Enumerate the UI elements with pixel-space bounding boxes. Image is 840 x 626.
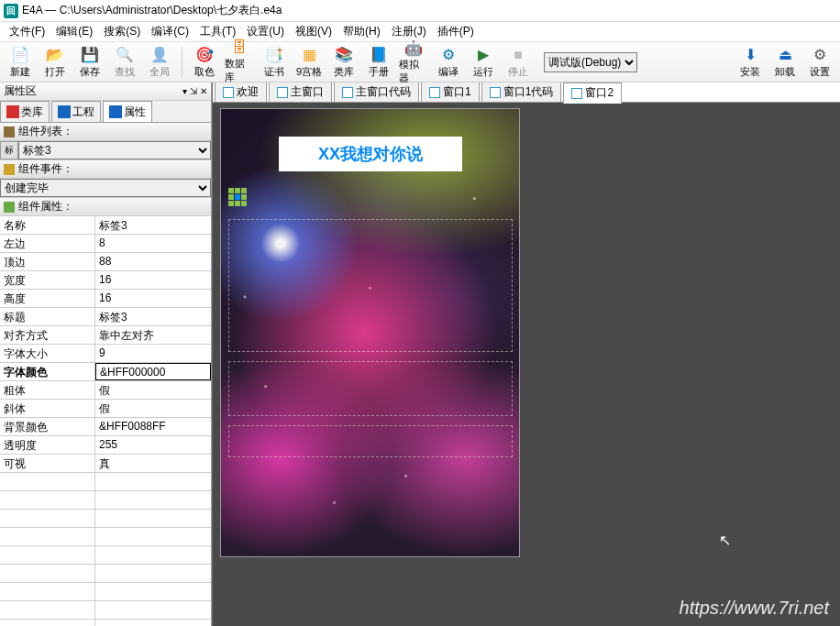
- tab-icon: [58, 105, 71, 118]
- file-icon: [490, 87, 501, 98]
- panel-tab-工程[interactable]: 工程: [51, 101, 101, 122]
- settings-icon: ⚙: [811, 46, 829, 64]
- properties-panel: 属性区 ▾ ⇲ ✕ 类库工程属性 组件列表： 标 标签3 组件事件： 创建完毕 …: [0, 82, 212, 626]
- prop-row-粗体[interactable]: 粗体假: [0, 381, 211, 400]
- open-button[interactable]: 📂打开: [39, 44, 72, 81]
- prop-row-顶边[interactable]: 顶边88: [0, 253, 211, 271]
- save-button[interactable]: 💾保存: [73, 44, 106, 81]
- db-button[interactable]: 🗄数据库: [223, 44, 256, 81]
- menu-文件[interactable]: 文件(F): [4, 22, 50, 41]
- combo-prefix-icon: 标: [0, 141, 18, 159]
- manual-button[interactable]: 📘手册: [362, 44, 395, 81]
- component-list-label: 组件列表：: [18, 124, 73, 139]
- file-tab-欢迎[interactable]: 欢迎: [215, 82, 267, 103]
- prop-row-背景颜色[interactable]: 背景颜色&HFF0088FF: [0, 418, 211, 436]
- global-button: 👤全局: [143, 44, 176, 81]
- find-button: 🔍查找: [108, 44, 141, 81]
- prop-row-左边[interactable]: 左边8: [0, 235, 211, 253]
- menu-插件[interactable]: 插件(P): [432, 22, 480, 41]
- prop-row-empty: [0, 510, 211, 528]
- list-icon: [4, 202, 15, 213]
- component-list-combo[interactable]: 标 标签3: [0, 141, 211, 160]
- file-tab-窗口1[interactable]: 窗口1: [421, 82, 480, 103]
- file-icon: [277, 87, 288, 98]
- prop-row-empty: [0, 473, 211, 491]
- panel-title-text: 属性区: [4, 83, 37, 99]
- file-tab-窗口2[interactable]: 窗口2: [563, 82, 622, 104]
- menu-编译[interactable]: 编译(C): [146, 22, 194, 41]
- file-tab-主窗口[interactable]: 主窗口: [269, 82, 332, 103]
- bolt-icon: [4, 164, 15, 175]
- cert-button[interactable]: 📑证书: [258, 44, 291, 81]
- file-icon: [571, 88, 582, 99]
- selection-outline: [228, 219, 513, 352]
- panel-controls[interactable]: ▾ ⇲ ✕: [182, 86, 207, 96]
- stop-icon: ■: [509, 46, 527, 64]
- menu-帮助[interactable]: 帮助(H): [337, 22, 386, 41]
- event-select[interactable]: 创建完毕: [0, 179, 211, 197]
- emu-icon: 🤖: [404, 39, 423, 57]
- cursor-icon: ↖: [719, 532, 731, 549]
- prop-row-对齐方式[interactable]: 对齐方式靠中左对齐: [0, 326, 211, 345]
- watermark: https://www.7ri.net: [680, 598, 829, 619]
- file-tabs: 欢迎主窗口主窗口代码窗口1窗口1代码窗口2: [213, 82, 840, 103]
- menu-编辑[interactable]: 编辑(E): [50, 22, 98, 41]
- global-icon: 👤: [150, 46, 169, 64]
- prop-row-字体颜色[interactable]: 字体颜色&HFF000000: [0, 363, 211, 381]
- compile-button[interactable]: ⚙编译: [432, 44, 465, 81]
- settings-button[interactable]: ⚙设置: [803, 44, 836, 81]
- menu-搜索[interactable]: 搜索(S): [98, 22, 146, 41]
- file-tab-窗口1代码[interactable]: 窗口1代码: [481, 82, 562, 103]
- menu-设置[interactable]: 设置(U): [241, 22, 290, 41]
- panel-tab-类库[interactable]: 类库: [0, 101, 50, 122]
- run-button[interactable]: ▶运行: [467, 44, 500, 81]
- menu-工具[interactable]: 工具(T): [194, 22, 241, 41]
- design-canvas[interactable]: XX我想对你说: [220, 108, 520, 557]
- wrench-icon: [4, 126, 15, 137]
- component-select[interactable]: 标签3: [18, 141, 211, 159]
- prop-row-标题[interactable]: 标题标签3: [0, 308, 211, 326]
- title-bar: 回 E4A — C:\Users\Administrator\Desktop\七…: [0, 0, 840, 22]
- install-button[interactable]: ⬇安装: [734, 44, 767, 81]
- lib-button[interactable]: 📚类库: [327, 44, 360, 81]
- tab-icon: [109, 105, 122, 118]
- prop-row-empty: [0, 583, 211, 601]
- prop-row-可视[interactable]: 可视真: [0, 455, 211, 473]
- tab-icon: [6, 105, 19, 118]
- emu-button[interactable]: 🤖模拟器: [397, 44, 430, 81]
- prop-row-empty: [0, 601, 211, 620]
- open-icon: 📂: [46, 46, 64, 64]
- panel-title: 属性区 ▾ ⇲ ✕: [0, 82, 211, 101]
- grid9-button[interactable]: ▦9宫格: [293, 44, 326, 81]
- prop-row-字体大小[interactable]: 字体大小9: [0, 345, 211, 363]
- prop-row-名称[interactable]: 名称标签3: [0, 216, 211, 235]
- prop-row-透明度[interactable]: 透明度255: [0, 436, 211, 455]
- file-icon: [429, 87, 440, 98]
- uninstall-icon: ⏏: [776, 46, 794, 64]
- install-icon: ⬇: [741, 46, 759, 64]
- component-event-combo[interactable]: 创建完毕: [0, 179, 211, 198]
- file-tab-主窗口代码[interactable]: 主窗口代码: [334, 82, 419, 103]
- prop-row-高度[interactable]: 高度16: [0, 290, 211, 308]
- component-list-header: 组件列表：: [0, 123, 211, 141]
- uninstall-button[interactable]: ⏏卸载: [768, 44, 801, 81]
- build-config-select[interactable]: 调试版(Debug): [544, 52, 637, 72]
- db-icon: 🗄: [230, 39, 249, 56]
- component-props-label: 组件属性：: [18, 199, 73, 214]
- selected-component-label3[interactable]: [228, 188, 247, 206]
- menu-视图[interactable]: 视图(V): [290, 22, 337, 41]
- label-title[interactable]: XX我想对你说: [279, 137, 462, 171]
- new-button[interactable]: 📄新建: [4, 44, 37, 81]
- compile-icon: ⚙: [439, 46, 458, 64]
- pick-button[interactable]: 🎯取色: [188, 44, 221, 81]
- panel-tab-属性[interactable]: 属性: [103, 101, 152, 122]
- file-icon: [223, 87, 234, 98]
- property-grid[interactable]: 名称标签3左边8顶边88宽度16高度16标题标签3对齐方式靠中左对齐字体大小9字…: [0, 216, 211, 626]
- new-icon: 📄: [11, 46, 29, 64]
- prop-row-empty: [0, 620, 211, 626]
- prop-row-斜体[interactable]: 斜体假: [0, 400, 211, 418]
- prop-row-宽度[interactable]: 宽度16: [0, 271, 211, 290]
- file-icon: [342, 87, 353, 98]
- pick-icon: 🎯: [195, 46, 214, 64]
- selection-outline: [228, 425, 513, 457]
